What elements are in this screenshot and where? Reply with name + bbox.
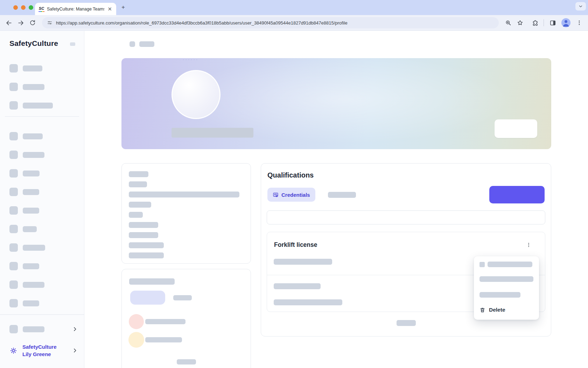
sidebar-brand-wordmark: SafetyCulture (9, 39, 58, 48)
sidebar: SafetyCulture Saf (0, 31, 84, 368)
sidebar-skeleton-item (9, 280, 44, 289)
skeleton-icon (9, 243, 18, 252)
skeleton-icon (9, 225, 18, 233)
add-credential-button[interactable] (489, 186, 545, 203)
bookmark-star-icon[interactable] (515, 18, 525, 28)
window-zoom-button[interactable] (29, 5, 33, 10)
skeleton-icon (9, 280, 18, 289)
skeleton-icon (9, 325, 18, 333)
skeleton-icon (9, 132, 18, 140)
context-menu-skeleton-item[interactable] (479, 276, 533, 282)
skeleton-bar (274, 299, 342, 305)
tab-close-icon[interactable]: ✕ (107, 6, 113, 12)
skeleton-bar (23, 84, 44, 90)
browser-tab[interactable]: SC SafetyCulture: Manage Teams and... ✕ (35, 3, 116, 15)
trash-icon (479, 307, 485, 313)
sidebar-skeleton-item (9, 262, 39, 270)
skeleton-bar (129, 242, 164, 248)
skeleton-bar (23, 133, 43, 139)
org-user-label: SafetyCulture Lily Greene (22, 343, 57, 358)
context-menu-skeleton-item[interactable] (479, 262, 533, 267)
skeleton-bar (23, 171, 40, 176)
tab-credentials-label: Credentials (281, 192, 310, 198)
browser-profile-avatar[interactable] (561, 18, 570, 27)
safetyculture-favicon: SC (38, 6, 44, 12)
sidebar-skeleton-item (9, 169, 40, 178)
toolbar-separator (544, 19, 544, 26)
credential-title: Forklift license (274, 241, 317, 249)
new-tab-button[interactable]: + (121, 4, 125, 11)
skeleton-bar (274, 283, 321, 289)
tab-title: SafetyCulture: Manage Teams and... (47, 7, 104, 12)
sidebar-skeleton-item (9, 151, 44, 159)
back-icon[interactable] (4, 18, 14, 28)
menu-item-delete-label: Delete (489, 307, 505, 313)
skeleton-bar (145, 337, 182, 342)
sidebar-org-user-item[interactable]: SafetyCulture Lily Greene (9, 343, 78, 358)
extensions-icon[interactable] (530, 18, 540, 28)
skeleton-bar (23, 263, 39, 269)
window-controls (13, 5, 33, 10)
org-name: SafetyCulture (22, 343, 57, 350)
sidebar-collapse-button[interactable] (70, 42, 75, 46)
skeleton-bar (173, 295, 192, 300)
skeleton-icon (479, 262, 485, 267)
sidebar-footer-divider (0, 314, 84, 315)
skeleton-icon (9, 299, 18, 307)
member-avatar (129, 314, 144, 329)
chevron-right-icon (72, 348, 78, 353)
url-text[interactable]: https://app.safetyculture.com/organisati… (56, 20, 494, 26)
skeleton-bar (177, 359, 196, 364)
breadcrumb-skeleton-bar (139, 41, 154, 47)
browser-menu-kebab-icon[interactable] (574, 18, 584, 28)
banner-action-button[interactable] (495, 119, 537, 138)
user-name: Lily Greene (22, 350, 57, 358)
skeleton-bar (129, 171, 148, 177)
reload-icon[interactable] (27, 18, 38, 28)
credentials-filter-input[interactable] (267, 210, 545, 224)
sidebar-skeleton-item (9, 132, 43, 140)
forward-icon[interactable] (15, 18, 26, 28)
skeleton-bar (129, 212, 143, 218)
sidebar-skeleton-item (9, 299, 39, 307)
group-chip-skeleton (130, 291, 165, 305)
main-content: ······ (84, 31, 588, 368)
skeleton-bar (129, 202, 151, 208)
browser-toolbar: https://app.safetyculture.com/organisati… (0, 15, 588, 31)
window-close-button[interactable] (13, 5, 18, 10)
browser-tab-strip: SC SafetyCulture: Manage Teams and... ✕ … (0, 0, 588, 15)
side-panel-icon[interactable] (547, 18, 558, 28)
skeleton-bar (23, 65, 42, 71)
qualifications-tabs: Credentials (267, 188, 356, 202)
skeleton-bar (23, 326, 44, 332)
skeleton-icon (9, 64, 18, 72)
url-bar[interactable]: https://app.safetyculture.com/organisati… (42, 17, 499, 28)
skeleton-icon (9, 83, 18, 91)
gear-icon (9, 347, 18, 355)
chevron-right-icon (72, 326, 78, 332)
window-minimize-button[interactable] (21, 5, 26, 10)
profile-groups-card (121, 269, 251, 368)
menu-item-delete[interactable]: Delete (479, 307, 533, 313)
member-avatar (128, 332, 144, 348)
skeleton-icon (9, 262, 18, 270)
sidebar-divider (5, 116, 79, 117)
site-info-icon[interactable] (47, 20, 52, 26)
skeleton-bar (23, 245, 45, 251)
skeleton-bar (145, 319, 186, 324)
tab-credentials[interactable]: Credentials (267, 188, 315, 202)
tab-search-chevron-icon[interactable] (575, 2, 586, 11)
skeleton-bar (129, 192, 239, 197)
context-menu-skeleton-item[interactable] (479, 292, 520, 298)
skeleton-bar (129, 278, 175, 285)
sidebar-skeleton-item (9, 243, 45, 252)
zoom-icon[interactable] (503, 18, 513, 28)
profile-details-card (121, 163, 251, 264)
credential-kebab-menu-icon[interactable] (524, 240, 533, 250)
credentials-icon (273, 192, 279, 198)
profile-banner: ······ (121, 58, 551, 149)
skeleton-icon (9, 101, 18, 110)
skeleton-bar (129, 222, 158, 228)
sidebar-footer-skeleton-item[interactable] (9, 325, 78, 333)
skeleton-icon (9, 206, 18, 215)
